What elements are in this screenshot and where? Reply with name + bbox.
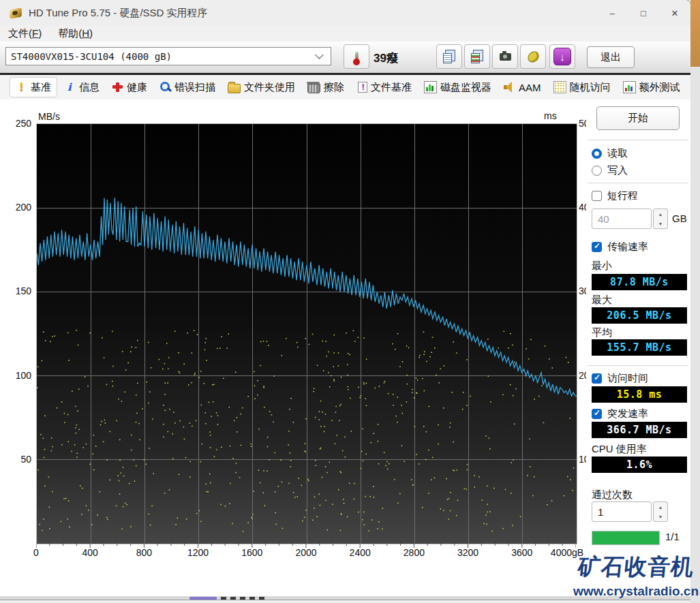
write-radio[interactable]: 写入 [592,164,628,177]
read-radio[interactable]: 读取 [592,147,628,160]
x-axis-tick-marks [36,544,576,548]
pass-count-input[interactable]: 1 [592,501,652,522]
transfer-rate-checkbox[interactable]: 传输速率 [592,241,648,253]
download-button[interactable]: ↓ [549,44,575,69]
speaker-icon [504,82,515,93]
tab-label: AAM [519,82,541,93]
maximize-button[interactable]: □ [628,0,659,26]
tab-aam[interactable]: AAM [498,78,547,97]
min-value: 87.8 MB/s [592,274,687,290]
tab-label: 信息 [79,81,100,94]
benchmark-icon [16,82,27,93]
health-cross-icon [112,82,123,93]
burst-rate-checkbox[interactable]: 突发速率 [592,407,648,420]
y-left-unit: MB/s [38,111,60,122]
short-stroke-checkbox[interactable]: 短行程 [592,189,638,202]
axis-tick-label: 1200 [174,547,222,558]
watermark-title: 矿石收音机 [572,552,700,583]
menu-file[interactable]: 文件(F) [0,27,50,40]
extra-tests-icon [623,81,636,93]
minimize-button[interactable]: – [596,0,628,26]
write-label: 写入 [607,164,628,177]
tab-error-scan[interactable]: 错误扫描 [154,78,221,97]
read-label: 读取 [607,147,628,160]
tab-folder-usage[interactable]: 文件夹使用 [222,78,301,97]
axis-tick-label: 0 [12,547,60,558]
checkbox-icon [592,373,602,384]
drive-selector-value: ST4000VX015-3CU104 (4000 gB) [11,51,172,62]
progress-bar [592,531,660,545]
watermark: 矿石收音机 www.crystalradio.cn [573,552,699,599]
exit-button[interactable]: 退出 [587,46,635,68]
spinner-up-icon[interactable]: ▲ [654,209,667,219]
axis-tick-label: 400 [66,547,114,558]
spinner-up-icon[interactable]: ▲ [654,502,667,512]
screenshot-button[interactable] [492,44,518,69]
checkbox-icon [592,191,602,201]
wallpaper-fragment [690,0,700,67]
axis-tick-label: 3600 [498,547,546,558]
menu-bar: 文件(F) 帮助(H) [0,26,690,42]
tab-erase[interactable]: 擦除 [302,78,350,97]
tab-extra-tests[interactable]: 额外测试 [618,78,686,97]
control-panel: 开始 读取 写入 短行程 40 ▲▼ GB 传输速率 最小 87.8 MB/s … [586,99,690,600]
axis-tick-label: 100 [8,370,31,381]
y-right-unit: ms [544,110,557,121]
axis-tick-label: 2800 [390,547,438,558]
tab-random-access[interactable]: 随机访问 [548,78,616,97]
gb-unit-label: GB [672,213,687,224]
radio-icon [592,166,602,176]
save-button[interactable] [520,44,546,69]
chevron-down-icon [315,50,324,59]
taskbar-app-icon [189,597,217,600]
access-time-checkbox[interactable]: 访问时间 [592,372,648,385]
hdtune-window: HD Tune Pro 5.75 - 硬盘/SSD 实用程序 – □ ✕ 文件(… [0,0,690,600]
min-label: 最小 [592,260,612,273]
tab-disk-monitor[interactable]: 磁盘监视器 [419,78,497,97]
drive-selector[interactable]: ST4000VX015-3CU104 (4000 gB) [5,47,331,65]
cpu-usage-value: 1.6% [592,457,687,473]
copy-text-button[interactable] [436,44,462,69]
pass-count-spinner[interactable]: ▲▼ [653,501,668,522]
download-arrow-icon: ↓ [553,48,571,65]
short-stroke-spinner[interactable]: ▲▼ [653,208,668,229]
copy-image-icon [471,53,480,63]
spinner-down-icon[interactable]: ▼ [654,219,667,228]
tab-label: 额外测试 [639,81,680,94]
close-button[interactable]: ✕ [659,0,690,26]
radio-icon [592,149,602,159]
access-time-value: 15.8 ms [592,386,687,403]
transfer-rate-label: 传输速率 [607,241,648,253]
short-stroke-size-input[interactable]: 40 [592,208,652,229]
tab-file-benchmark[interactable]: 文件基准 [351,78,417,97]
thermometer-icon [355,52,359,62]
axis-tick-label: 50 [8,454,31,465]
max-label: 最大 [592,294,612,307]
menu-help[interactable]: 帮助(H) [50,27,101,40]
axis-tick-label: 150 [8,285,31,296]
axis-tick-label: 2400 [336,547,384,558]
separator [588,365,688,366]
avg-value: 155.7 MB/s [592,339,687,356]
benchmark-chart [36,123,577,544]
spinner-down-icon[interactable]: ▼ [654,512,667,521]
desktop: HD Tune Pro 5.75 - 硬盘/SSD 实用程序 – □ ✕ 文件(… [0,0,700,603]
axis-tick-label: 250 [8,118,31,129]
tab-info[interactable]: 信息 [59,78,105,97]
short-stroke-label: 短行程 [607,189,638,202]
app-icon [10,7,22,18]
file-benchmark-icon [358,82,367,93]
chart-canvas [37,124,577,544]
tab-label: 错误扫描 [174,81,215,94]
axis-tick-label: 3200 [444,547,492,558]
axis-tick-label: 200 [8,202,31,213]
trash-icon [307,84,320,93]
copy-image-button[interactable] [464,44,490,69]
axis-tick-label: 800 [120,547,168,558]
watermark-url: www.crystalradio.cn [573,584,699,599]
temperature-button[interactable] [344,44,369,69]
tab-health[interactable]: 健康 [106,78,153,97]
copy-text-icon [443,53,452,63]
tab-benchmark[interactable]: 基准 [10,77,57,97]
start-button[interactable]: 开始 [596,106,680,130]
